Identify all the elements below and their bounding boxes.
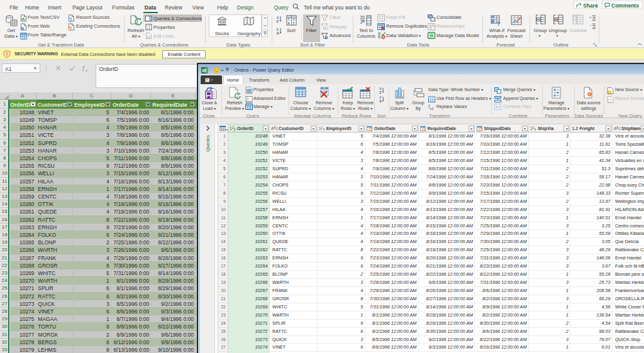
svg-text:?: ? — [497, 21, 501, 27]
svg-text:2: 2 — [432, 106, 434, 110]
svg-text:+: + — [589, 15, 592, 19]
svg-text:Z: Z — [292, 22, 294, 25]
svg-text:Z: Z — [288, 18, 290, 21]
svg-text:Z: Z — [277, 19, 279, 23]
svg-text:Z: Z — [379, 90, 381, 94]
svg-text:X: X — [202, 68, 206, 73]
svg-text:1: 1 — [428, 103, 430, 107]
svg-text:−: − — [589, 23, 592, 26]
svg-text:f: f — [82, 65, 85, 72]
